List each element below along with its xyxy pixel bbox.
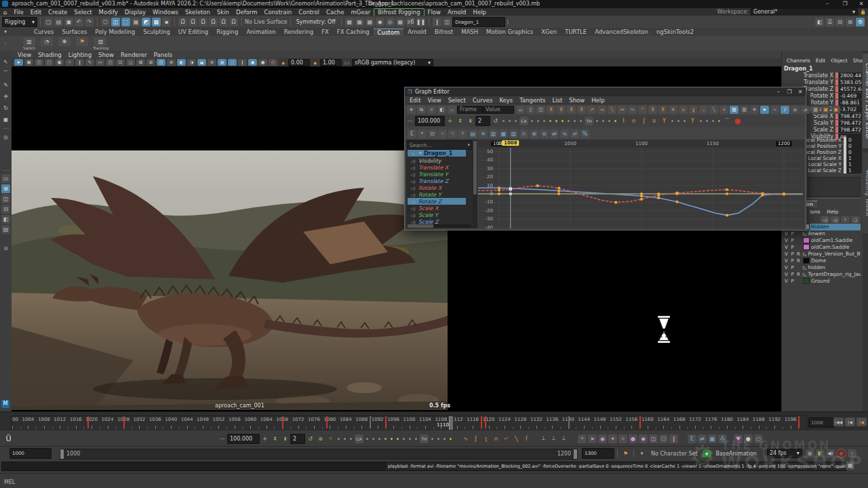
select-object-icon[interactable]: ◫ [111,18,120,26]
xray-icon[interactable]: ◒ [197,59,206,66]
shelf-tab-mash[interactable]: MASH [457,28,482,35]
panel-menu-shading[interactable]: Shading [35,52,65,58]
field-mode-icon[interactable]: ◫ [443,18,452,26]
channel-value-field[interactable]: -0.469 [839,93,862,99]
lasso-keys-icon[interactable]: ⌁ [770,106,779,114]
key-dot-indicator[interactable] [568,120,570,122]
outliner-vscrollbar[interactable] [473,140,477,228]
panel-menu-show[interactable]: Show [95,52,117,58]
snapshot-icon[interactable]: ▣ [821,106,830,114]
key-dot[interactable] [726,188,728,191]
bookmark-icon[interactable]: ⚑ [621,449,630,458]
lattice-deform-keys-icon[interactable]: ⌗ [427,106,436,114]
lock-camera-icon[interactable]: ▣ [24,59,33,66]
resolution-gate-icon[interactable]: ◉ [248,59,257,66]
menu-modify[interactable]: Modify [96,9,121,16]
mute-channel-icon[interactable]: ◁) [408,165,418,170]
step-tangent-icon[interactable]: ↗ [587,106,596,114]
current-time-field[interactable] [808,418,834,428]
heart-icon[interactable]: ♥ [734,434,743,443]
channel-value-field[interactable]: 0 [847,137,862,143]
step-infinity-icon[interactable]: Ⅰ [619,117,628,125]
make-live-icon[interactable]: Ω [229,18,238,26]
menu-arnold[interactable]: Arnold [444,9,470,16]
hypergraph-pane-layout-icon[interactable]: ▤ [1,225,10,234]
maximize-button[interactable]: ❐ [840,1,850,7]
expand-arrow-icon[interactable]: ▾ [408,151,418,156]
layer-visibility-toggle[interactable]: V [783,238,789,243]
new-layer-icon[interactable]: ❏ [851,216,860,223]
graph-channel-row-translate-z[interactable]: ◁)Translate Z [408,178,466,184]
graph-editor-menu-keys[interactable]: Keys [496,97,516,104]
channel-value-field[interactable]: 798.472 [839,113,862,119]
mute-channel-icon[interactable]: ◁) [408,213,418,218]
screenspace-ao-icon[interactable]: ⊞ [146,59,155,66]
current-frame-marker[interactable] [449,416,453,430]
weight-field[interactable]: 100.000 [227,434,260,444]
lock-weight-icon[interactable]: ⊼ [658,106,667,114]
rotate-tool-icon[interactable]: ↻ [1,104,10,113]
layer-row-oldcam1-saddle[interactable]: VPoldCam1:Saddle [783,237,861,244]
mute-audio-icon[interactable]: ◀) [826,449,835,458]
pause-icon[interactable]: ❚❚ [416,18,425,26]
depth-peel-icon[interactable]: ◐ [177,59,186,66]
gamma-field[interactable]: 1.00 [320,59,342,66]
post-infinity-icon[interactable]: ▦ [499,129,508,138]
clip-icon[interactable]: ● [629,434,637,443]
lock-selection-icon[interactable]: ▪ [162,18,171,26]
curve-smooth-icon[interactable]: ▧ [509,129,518,138]
select-component-icon[interactable]: ⬚ [121,18,130,26]
anim-layer-icon[interactable]: ▼ [703,450,711,458]
menu-help[interactable]: Help [470,9,490,16]
key-dot-indicator[interactable] [706,120,708,122]
delete-icon[interactable]: ✕ [479,129,488,138]
linear-icon[interactable]: ╲ [512,434,521,443]
snap-curve-icon[interactable]: Ω [189,18,197,26]
move-tool-icon[interactable]: ✛ [1,92,10,101]
stack-curves-icon[interactable]: ⊖ [540,129,549,138]
keyframe-marker[interactable] [282,416,283,428]
snap-point-icon[interactable]: Ω [199,18,208,26]
key-dot-indicator[interactable] [443,438,446,440]
zoom-tool-icon[interactable]: ⊙ [1,244,10,253]
layer-row-dome[interactable]: VPRDome [783,258,861,264]
keyframe-marker[interactable] [485,416,486,428]
layer-visibility-toggle[interactable]: V [783,251,789,257]
character-set-caret-icon[interactable]: ▾ [637,449,646,458]
buffer-field[interactable]: 2 [290,434,305,444]
key-dot[interactable] [783,192,785,195]
select-camera-icon[interactable]: ➤ [14,59,23,66]
slope-icon[interactable]: ╲ [709,106,718,114]
move-nearest-icon[interactable]: ✛ [750,106,759,114]
home-icon[interactable]: ⌂ [0,9,10,16]
layer-color-swatch[interactable] [803,244,810,250]
shelf-tab-motion-graphics[interactable]: Motion Graphics [482,28,537,35]
key-dot-indicator[interactable] [509,120,511,122]
layer-playback-toggle[interactable]: P [789,231,795,237]
workspace-dropdown[interactable]: General*▾ [751,8,858,16]
key-down-icon[interactable]: ⇟ [281,434,290,443]
lighting-icon[interactable]: ◻ [126,59,135,66]
cycle-icon[interactable]: ∿ [461,434,470,443]
sidebar-toggle-icon[interactable]: ◧ [815,18,824,26]
render-settings-icon[interactable]: ▦ [366,18,374,26]
key-dot-indicator[interactable] [574,120,576,122]
mute-channel-icon[interactable]: ◁) [408,186,418,190]
undo-icon[interactable]: ↶ [75,18,83,26]
bookmark-view-icon[interactable]: ▢ [45,59,54,66]
key-dot[interactable] [640,192,643,195]
chevron-down-icon[interactable]: ▾ [467,142,470,148]
graph-channel-row-rotate-y[interactable]: ◁)Rotate Y [408,191,466,198]
key-dot-indicator[interactable] [403,438,405,440]
menu-edit[interactable]: Edit [27,9,45,16]
split-view-icon[interactable]: ◫ [536,106,545,114]
graph-editor-menu-help[interactable]: Help [588,97,608,104]
keyframe-marker[interactable] [326,416,328,428]
key-dot[interactable] [557,190,560,192]
approx-icon[interactable]: ≒ [560,129,569,138]
keyframe-marker[interactable] [639,416,641,428]
snap-projected-center-icon[interactable]: Ω [209,18,218,26]
wedge-icon[interactable]: ⊿ [801,106,810,114]
shelf-tab-poly-modeling[interactable]: Poly Modeling [91,28,139,35]
pin-flag-icon[interactable]: ⚑ [76,37,88,46]
